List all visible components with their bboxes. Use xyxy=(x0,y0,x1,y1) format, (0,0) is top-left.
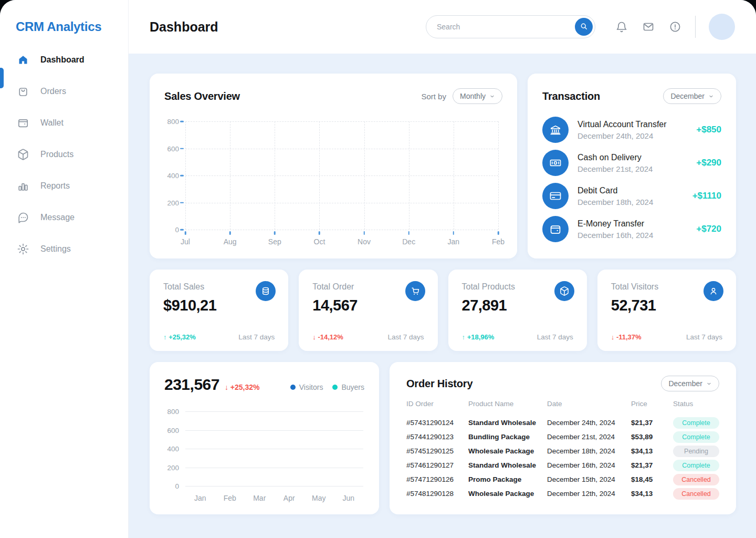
main-area: Dashboard Sales Overview Sort by xyxy=(129,0,756,538)
table-row[interactable]: #57471290126Promo PackageDecember 15th, … xyxy=(406,472,719,487)
y-axis-label: 0 xyxy=(164,482,179,490)
order-product: Standard Wholesale xyxy=(468,461,547,469)
order-price: $21,37 xyxy=(631,419,673,427)
bell-icon[interactable] xyxy=(615,20,628,34)
order-period-dropdown[interactable]: December xyxy=(661,376,719,391)
gridline xyxy=(185,230,498,230)
order-date: December 21st, 2024 xyxy=(547,433,631,441)
order-date: December 24th, 2024 xyxy=(547,419,631,427)
header-divider xyxy=(695,16,696,38)
transaction-item[interactable]: E-Money TransferDecember 16th, 2024+$720 xyxy=(542,216,721,242)
transaction-date: December 21st, 2024 xyxy=(578,164,687,173)
gridline xyxy=(364,121,365,230)
table-row[interactable]: #57481290128Wholesale PackageDecember 12… xyxy=(406,487,719,501)
gridline xyxy=(185,121,186,230)
status-badge: Complete xyxy=(673,460,719,471)
axis-tick xyxy=(453,231,455,235)
gridline xyxy=(185,149,498,149)
transaction-item[interactable]: Virtual Account TransferDecember 24th, 2… xyxy=(542,117,721,143)
x-axis-labels: JulAugSepOctNovDecJanFeb xyxy=(185,235,498,247)
table-row[interactable]: #57441290123Bundling PackageDecember 21s… xyxy=(406,430,719,444)
stat-value: 27,891 xyxy=(462,297,573,314)
x-axis-labels: JanFebMarAprMayJun xyxy=(185,491,363,504)
order-product: Promo Package xyxy=(468,475,547,483)
home-icon xyxy=(17,54,29,66)
alert-circle-icon[interactable] xyxy=(668,20,682,34)
axis-tick xyxy=(180,121,184,122)
search-input[interactable] xyxy=(426,15,595,38)
transaction-period-dropdown[interactable]: December xyxy=(663,88,721,104)
transaction-amount: +$720 xyxy=(696,224,721,234)
sidebar-item-message[interactable]: Message xyxy=(0,202,128,233)
banknote-icon xyxy=(542,150,569,176)
sidebar-item-reports[interactable]: Reports xyxy=(0,170,128,202)
table-row[interactable]: #57461290127Standard WholesaleDecember 1… xyxy=(406,458,719,472)
axis-tick xyxy=(363,231,365,235)
sidebar-item-settings[interactable]: Settings xyxy=(0,233,128,265)
sidebar-item-dashboard[interactable]: Dashboard xyxy=(0,44,128,76)
stat-card-total-visitors: Total Visitors52,731↓ -11,37%Last 7 days xyxy=(597,270,736,351)
search-icon xyxy=(579,22,589,33)
transaction-item[interactable]: Debit CardDecember 18th, 2024+$1110 xyxy=(542,183,721,209)
wallet-icon xyxy=(17,117,29,129)
order-history-card: Order History December ID OrderProduct N… xyxy=(390,362,736,514)
sidebar-item-products[interactable]: Products xyxy=(0,139,128,170)
sidebar-item-orders[interactable]: Orders xyxy=(0,76,128,107)
settings-gear-icon xyxy=(17,243,29,255)
stat-period: Last 7 days xyxy=(387,333,424,341)
y-axis-label: 600 xyxy=(164,426,179,434)
bank-icon xyxy=(542,117,569,143)
sort-by-control: Sort by Monthly xyxy=(421,88,502,104)
order-price: $21,37 xyxy=(631,461,673,469)
axis-tick xyxy=(180,202,184,203)
sidebar-nav: DashboardOrdersWalletProductsReportsMess… xyxy=(0,44,128,265)
sidebar-item-wallet[interactable]: Wallet xyxy=(0,107,128,139)
table-row[interactable]: #57451290125Wholesale PackageDecember 18… xyxy=(406,444,719,458)
chevron-down-icon xyxy=(489,94,495,99)
status-badge: Complete xyxy=(673,431,719,443)
header-icon-group xyxy=(615,20,682,34)
chart-plot-area: 8006004002000 xyxy=(185,411,363,486)
gridline xyxy=(185,468,363,468)
x-axis-label: Jun xyxy=(334,491,364,504)
transaction-title: Transaction xyxy=(542,90,600,102)
order-date: December 12th, 2024 xyxy=(547,490,631,498)
avatar[interactable] xyxy=(709,14,735,40)
transaction-item[interactable]: Cash on DeliveryDecember 21st, 2024+$290 xyxy=(542,150,721,176)
x-axis-label: Sep xyxy=(268,237,281,246)
x-axis-label: Jul xyxy=(181,237,190,246)
column-header: ID Order xyxy=(406,400,468,408)
visitors-total: 231,567 xyxy=(164,376,219,394)
column-header: Price xyxy=(631,400,673,408)
stat-delta: ↓ -14,12% xyxy=(312,333,343,341)
order-price: $18,45 xyxy=(631,475,673,483)
table-row[interactable]: #57431290124Standard WholesaleDecember 2… xyxy=(406,416,719,430)
user-icon xyxy=(704,281,723,301)
status-badge: Cancelled xyxy=(673,474,719,485)
gridline xyxy=(230,121,230,230)
legend-dot xyxy=(332,385,338,390)
chart-legend: VisitorsBuyers xyxy=(290,383,364,391)
x-axis-label: Feb xyxy=(492,237,505,246)
gridline xyxy=(185,121,498,122)
order-id: #57431290124 xyxy=(406,419,468,427)
y-axis-label: 800 xyxy=(164,408,179,416)
order-id: #57481290128 xyxy=(406,490,468,498)
transaction-name: E-Money Transfer xyxy=(578,219,687,229)
transaction-card: Transaction December Virtual Account Tra… xyxy=(528,74,736,258)
column-header: Date xyxy=(547,400,631,408)
stat-delta: ↑ +18,96% xyxy=(462,333,495,341)
gridline xyxy=(185,411,363,412)
x-axis-label: May xyxy=(304,491,334,504)
axis-tick xyxy=(180,229,184,231)
y-axis-label: 200 xyxy=(164,463,179,471)
stat-value: 52,731 xyxy=(611,297,722,314)
gridline xyxy=(185,449,363,449)
transaction-amount: +$290 xyxy=(696,158,721,168)
x-axis-label: Nov xyxy=(358,237,371,246)
wallet-money-icon xyxy=(542,216,569,242)
sort-monthly-dropdown[interactable]: Monthly xyxy=(453,88,502,104)
stat-card-total-order: Total Order14,567↓ -14,12%Last 7 days xyxy=(299,270,437,351)
mail-icon[interactable] xyxy=(642,20,655,34)
search-button[interactable] xyxy=(575,18,593,36)
